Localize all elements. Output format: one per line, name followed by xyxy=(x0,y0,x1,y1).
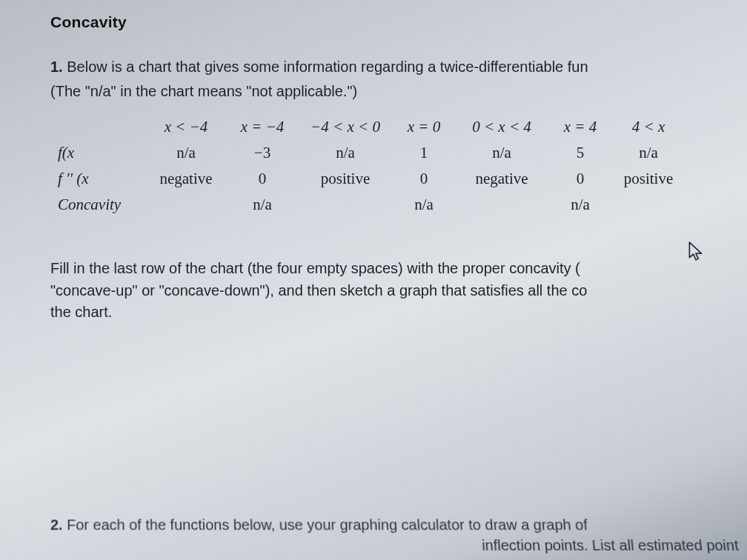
cell: n/a xyxy=(455,140,548,166)
row-label-fx: f(x xyxy=(50,140,145,166)
cell: n/a xyxy=(145,140,227,166)
problem-2-line-1: 2. For each of the functions below, use … xyxy=(50,515,745,536)
table-header-row: x < −4 x = −4 −4 < x < 0 x = 0 0 < x < 4… xyxy=(50,114,685,140)
cell: n/a xyxy=(227,192,298,218)
cell-blank xyxy=(298,192,393,218)
col-header: −4 < x < 0 xyxy=(298,114,393,140)
cell: 0 xyxy=(227,166,298,192)
cell: positive xyxy=(298,166,393,192)
cell: n/a xyxy=(298,140,393,166)
cell: 0 xyxy=(548,166,612,192)
cell: n/a xyxy=(548,192,612,218)
problem-1-text-1: Below is a chart that gives some informa… xyxy=(67,59,588,75)
table-row: f(x n/a −3 n/a 1 n/a 5 n/a xyxy=(50,140,685,166)
instructions-line: "concave-up" or "concave-down"), and the… xyxy=(50,280,747,302)
table-row: f '' (x negative 0 positive 0 negative 0… xyxy=(50,166,685,192)
problem-1-number: 1. xyxy=(50,59,63,75)
cell: positive xyxy=(612,166,685,192)
col-header: x = 4 xyxy=(548,114,612,140)
col-header: 4 < x xyxy=(612,114,685,140)
problem-1-line-2: (The "n/a" in the chart means "not appli… xyxy=(50,81,747,102)
table-corner xyxy=(50,114,145,140)
problem-1-line-1: 1. Below is a chart that gives some info… xyxy=(50,56,747,78)
cell: n/a xyxy=(393,192,455,218)
document-page: Concavity 1. Below is a chart that gives… xyxy=(0,0,747,560)
cell-blank xyxy=(612,192,685,218)
cell: 1 xyxy=(393,140,455,166)
problem-2-block: 2. For each of the functions below, use … xyxy=(50,515,747,556)
instructions-line: Fill in the last row of the chart (the f… xyxy=(50,258,747,280)
instructions-line: the chart. xyxy=(50,301,747,324)
cell-blank xyxy=(455,192,548,218)
table-row: Concavity n/a n/a n/a xyxy=(50,192,685,218)
row-label-fppx: f '' (x xyxy=(50,166,145,192)
col-header: x = −4 xyxy=(227,114,298,140)
cell: negative xyxy=(145,166,227,192)
cell: 0 xyxy=(393,166,455,192)
col-header: x = 0 xyxy=(393,114,455,140)
cell: 5 xyxy=(548,140,612,166)
cell: −3 xyxy=(227,140,298,166)
cell: negative xyxy=(455,166,548,192)
problem-2-text-1: For each of the functions below, use you… xyxy=(67,517,588,533)
section-heading: Concavity xyxy=(50,13,747,31)
table: x < −4 x = −4 −4 < x < 0 x = 0 0 < x < 4… xyxy=(50,114,685,218)
row-label-concavity: Concavity xyxy=(50,192,145,218)
problem-2-line-2: inflection points. List all estimated po… xyxy=(50,535,747,556)
concavity-table: x < −4 x = −4 −4 < x < 0 x = 0 0 < x < 4… xyxy=(50,114,747,218)
instructions-block: Fill in the last row of the chart (the f… xyxy=(50,258,747,324)
col-header: x < −4 xyxy=(145,114,227,140)
col-header: 0 < x < 4 xyxy=(455,114,548,140)
cell-blank xyxy=(145,192,227,218)
problem-2-number: 2. xyxy=(50,517,63,533)
cell: n/a xyxy=(612,140,685,166)
